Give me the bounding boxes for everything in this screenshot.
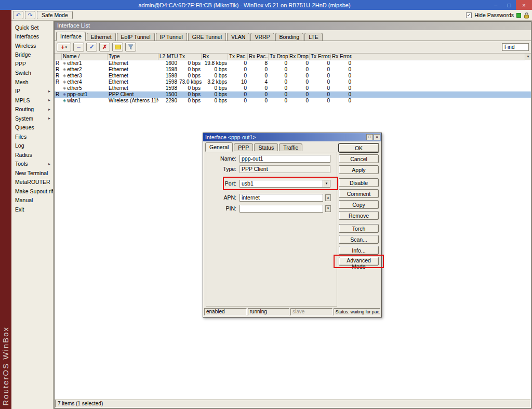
enable-button[interactable]: ✓ <box>86 43 97 51</box>
dialog-close-button[interactable]: × <box>374 134 380 140</box>
pin-down-arrow-button[interactable]: ▼ <box>325 205 331 212</box>
sidebar-item-mpls[interactable]: MPLS▸ <box>11 96 53 105</box>
sidebar-item-exit[interactable]: Exit <box>11 205 53 214</box>
tab-lte[interactable]: LTE <box>304 33 322 41</box>
maximize-button[interactable]: □ <box>502 0 516 10</box>
sidebar-item-system[interactable]: System▸ <box>11 114 53 123</box>
disable-toolbar-button[interactable]: ✗ <box>99 43 110 51</box>
info-button[interactable]: Info... <box>339 246 379 255</box>
remove-button[interactable]: Remove <box>339 211 379 220</box>
column-header-tx-drops[interactable]: Tx Drops <box>269 54 288 60</box>
row-cell: 19.8 kbps <box>202 60 228 67</box>
sidebar-item-bridge[interactable]: Bridge <box>11 50 53 60</box>
sidebar-item-routing[interactable]: Routing▸ <box>11 105 53 114</box>
redo-button[interactable]: ↷ <box>25 11 35 19</box>
submenu-arrow-icon: ▸ <box>48 89 50 94</box>
column-header-flag[interactable] <box>55 54 62 60</box>
dialog-tab-general[interactable]: General <box>205 142 233 152</box>
ppp-interface-icon: ◈ <box>63 91 66 98</box>
column-header-type[interactable]: Type <box>108 54 158 60</box>
hide-passwords-checkbox[interactable]: ✓ <box>466 12 472 18</box>
sidebar-item-log[interactable]: Log <box>11 141 53 151</box>
torch-button[interactable]: Torch <box>339 224 379 233</box>
ok-button[interactable]: OK <box>339 143 379 152</box>
row-cell: 0 <box>331 79 352 85</box>
disable-button[interactable]: Disable <box>339 178 379 187</box>
cancel-button[interactable]: Cancel <box>339 154 379 163</box>
scan-button[interactable]: Scan... <box>339 235 379 244</box>
dialog-tab-status[interactable]: Status <box>254 143 278 151</box>
tab-bonding[interactable]: Bonding <box>275 33 304 41</box>
tab-ethernet[interactable]: Ethernet <box>87 33 116 41</box>
column-header-name[interactable]: Name / <box>62 54 108 60</box>
row-cell: 1598 <box>158 79 178 85</box>
copy-button[interactable]: Copy <box>339 200 379 209</box>
remove-button[interactable]: − <box>73 43 84 51</box>
sidebar-item-radius[interactable]: Radius <box>11 150 53 160</box>
column-header-l2-mtu[interactable]: L2 MTU <box>158 54 178 60</box>
sidebar-item-ppp[interactable]: PPP <box>11 59 53 69</box>
advanced-mode-button[interactable]: Advanced Mode <box>339 257 379 266</box>
column-header-rx[interactable]: Rx <box>202 54 228 60</box>
sidebar-item-tools[interactable]: Tools▸ <box>11 160 53 169</box>
sidebar-item-metarouter[interactable]: MetaROUTER <box>11 178 53 187</box>
table-row-ppp-out1[interactable]: R◈ppp-out1PPP Client15000 bps0 bps000000 <box>55 91 531 98</box>
sidebar-item-make-supout-rif[interactable]: Make Supout.rif <box>11 187 53 196</box>
port-dropdown-arrow-icon[interactable]: ▼ <box>323 180 330 187</box>
table-row-ether3[interactable]: R◈ether3Ethernet15980 bps0 bps000000 <box>55 73 531 79</box>
row-cell: 0 <box>310 60 331 67</box>
minimize-button[interactable]: – <box>489 0 502 10</box>
table-row-ether4[interactable]: R◈ether4Ethernet159873.0 kbps3.2 kbps104… <box>55 79 531 85</box>
close-button[interactable]: × <box>516 0 532 10</box>
sidebar-item-files[interactable]: Files <box>11 132 53 141</box>
port-dropdown[interactable]: usb1 ▼ <box>240 180 330 188</box>
pin-field-row: PIN: ▼ <box>206 205 337 213</box>
undo-button[interactable]: ↶ <box>13 11 23 19</box>
sidebar-item-quick-set[interactable]: Quick Set <box>11 23 53 32</box>
pin-input[interactable] <box>240 205 323 213</box>
filter-button[interactable] <box>125 43 136 51</box>
apn-input[interactable]: internet <box>240 194 323 202</box>
dialog-tab-ppp[interactable]: PPP <box>234 143 253 151</box>
column-header-tx-pac[interactable]: Tx Pac... <box>228 54 248 60</box>
tab-interface[interactable]: Interface <box>56 32 86 41</box>
column-header-rx-errors[interactable]: Rx Errors <box>331 54 352 60</box>
sidebar-item-queues[interactable]: Queues <box>11 123 53 133</box>
sidebar-item-manual[interactable]: Manual <box>11 196 53 205</box>
tab-gre-tunnel[interactable]: GRE Tunnel <box>188 33 226 41</box>
column-header-tx[interactable]: Tx <box>178 54 202 60</box>
sidebar-item-new-terminal[interactable]: New Terminal <box>11 168 53 178</box>
sidebar-item-mesh[interactable]: Mesh <box>11 77 53 87</box>
tab-ip-tunnel[interactable]: IP Tunnel <box>156 33 187 41</box>
sidebar-item-wireless[interactable]: Wireless <box>11 41 53 50</box>
find-input[interactable]: Find <box>502 43 529 51</box>
sidebar-item-switch[interactable]: Switch <box>11 69 53 78</box>
column-header-rx-pac[interactable]: Rx Pac... <box>248 54 269 60</box>
tab-eoip-tunnel[interactable]: EoIP Tunnel <box>117 33 155 41</box>
apn-up-arrow-button[interactable]: ▲ <box>325 194 331 201</box>
sidebar-item-ip[interactable]: IP▸ <box>11 87 53 96</box>
tab-vrrp[interactable]: VRRP <box>250 33 274 41</box>
row-cell: 0 bps <box>202 85 228 91</box>
column-header-tx-errors[interactable]: Tx Errors <box>310 54 331 60</box>
table-row-ether2[interactable]: R◈ether2Ethernet15980 bps0 bps000000 <box>55 67 531 73</box>
comment-toolbar-button[interactable] <box>112 43 123 51</box>
row-cell: 73.0 kbps <box>178 79 202 85</box>
row-cell: 0 <box>288 91 310 98</box>
safe-mode-button[interactable]: Safe Mode <box>37 11 73 19</box>
column-header-rx-drops[interactable]: Rx Drops <box>288 54 310 60</box>
row-cell: 0 bps <box>202 67 228 73</box>
dialog-tab-traffic[interactable]: Traffic <box>279 143 302 151</box>
apply-button[interactable]: Apply <box>339 165 379 174</box>
table-row-ether5[interactable]: ◈ether5Ethernet15980 bps0 bps000000 <box>55 85 531 91</box>
table-row-ether1[interactable]: R◈ether1Ethernet16000 bps19.8 kbps080000 <box>55 60 531 67</box>
tab-vlan[interactable]: VLAN <box>227 33 249 41</box>
dialog-restore-button[interactable]: □ <box>366 134 373 140</box>
sidebar-item-interfaces[interactable]: Interfaces <box>11 32 53 42</box>
name-input[interactable]: ppp-out1 <box>240 155 330 163</box>
table-row-wlan1[interactable]: ◈wlan1Wireless (Atheros 11N)22900 bps0 b… <box>55 98 531 104</box>
add-button[interactable]: + ▾ <box>57 43 71 51</box>
row-cell: 0 <box>269 73 288 79</box>
column-selector-button[interactable]: ▼ <box>525 54 531 60</box>
comment-button[interactable]: Comment <box>339 189 379 198</box>
